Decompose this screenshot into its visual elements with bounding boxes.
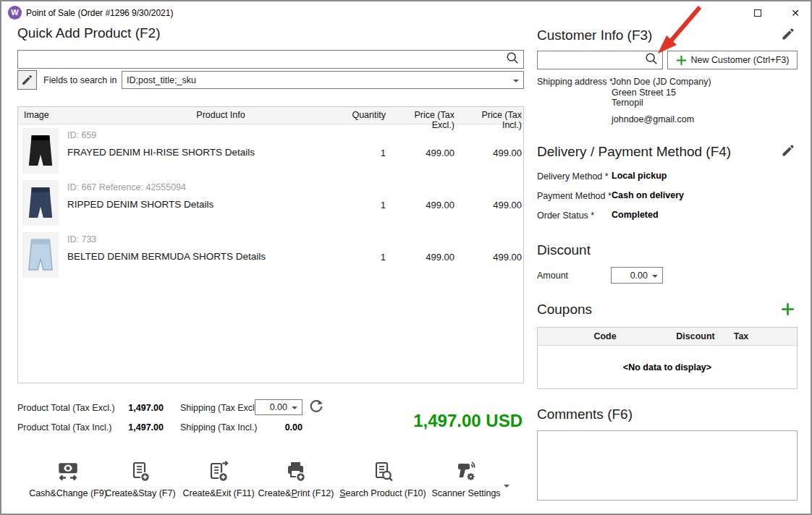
- coupons-table: Code Discount Tax <No data to display>: [537, 327, 798, 389]
- price-excl-cell: 499.00: [393, 148, 454, 158]
- address-line: Green Street 15: [612, 88, 711, 98]
- quantity-cell: 1: [329, 200, 386, 210]
- product-total-incl-value: 1,497.00: [119, 422, 164, 433]
- product-search-input[interactable]: [18, 51, 523, 68]
- customer-info-heading: Customer Info (F3): [537, 27, 652, 43]
- pos-window: W Point of Sale (Order #1296 9/30/2021) …: [0, 0, 812, 515]
- search-product-button[interactable]: Search Product (F10): [332, 460, 434, 502]
- comments-heading: Comments (F6): [537, 407, 633, 422]
- shipping-amount-combobox[interactable]: 0.00: [255, 399, 303, 415]
- close-button[interactable]: ✕: [783, 4, 808, 22]
- search-icon: [505, 51, 520, 68]
- customer-email: johndoe@gmail.com: [612, 114, 694, 124]
- discount-amount-combobox[interactable]: 0.00: [611, 267, 663, 284]
- app-logo-icon: W: [8, 6, 22, 20]
- scanner-settings-dropdown[interactable]: [504, 477, 509, 490]
- col-code: Code: [567, 331, 643, 341]
- product-id: ID: 733: [67, 234, 96, 244]
- table-row[interactable]: ID: 667 Reference: 42555094 RIPPED DENIM…: [18, 176, 523, 229]
- edit-customer-button[interactable]: [781, 27, 797, 43]
- price-incl-cell: 499.00: [460, 252, 522, 263]
- search-product-icon: [332, 460, 434, 486]
- delivery-method-value: Local pickup: [612, 171, 667, 181]
- shipping-excl-label: Shipping (Tax Excl.): [180, 403, 260, 413]
- delivery-method-label: Delivery Method *: [537, 171, 609, 182]
- product-title: BELTED DENIM BERMUDA SHORTS Details: [67, 251, 266, 262]
- product-image: [22, 128, 59, 174]
- table-row[interactable]: ID: 659 FRAYED DENIM HI-RISE SHORTS Deta…: [18, 124, 523, 176]
- shipping-amount-value: 0.00: [260, 402, 287, 412]
- product-title: RIPPED DENIM SHORTS Details: [67, 199, 213, 210]
- chevron-down-icon: [513, 80, 519, 82]
- quick-add-heading: Quick Add Product (F2): [17, 25, 160, 41]
- add-coupon-button[interactable]: [781, 302, 795, 317]
- details-link[interactable]: Details: [225, 147, 255, 158]
- product-name: RIPPED DENIM SHORTS: [67, 199, 181, 210]
- order-status-label: Order Status *: [537, 210, 594, 221]
- quantity-cell: 1: [329, 148, 386, 158]
- discount-amount-value: 0.00: [616, 271, 648, 281]
- scanner-settings-icon: [423, 460, 509, 486]
- product-search-box: [17, 50, 524, 69]
- toolbar-button-label: Search Product (F10): [332, 488, 434, 498]
- order-status-value: Completed: [612, 210, 659, 220]
- col-quantity: Quantity: [329, 110, 386, 120]
- product-table: Image Product Info Quantity Price (Tax E…: [17, 106, 524, 383]
- scanner-settings-button[interactable]: Scanner Settings: [423, 460, 509, 502]
- price-incl-cell: 499.00: [460, 148, 522, 158]
- chevron-down-icon: [292, 407, 297, 409]
- discount-heading: Discount: [537, 242, 591, 258]
- shipping-address-label: Shipping address *: [537, 77, 613, 87]
- pencil-icon: [781, 143, 795, 158]
- pencil-icon: [781, 27, 795, 41]
- product-image: [22, 180, 59, 226]
- grand-total: 1,497.00 USD: [305, 411, 523, 431]
- product-id: ID: 659: [67, 130, 96, 140]
- address-line: John Doe (JD Company): [612, 77, 711, 88]
- edit-delivery-button[interactable]: [781, 143, 797, 159]
- create-print-button[interactable]: Create&Print (F12): [249, 460, 343, 502]
- details-link[interactable]: Details: [236, 251, 266, 262]
- product-id: ID: 667 Reference: 42555094: [67, 182, 186, 192]
- payment-method-label: Payment Method *: [537, 191, 612, 201]
- product-total-incl-label: Product Total (Tax Incl.): [17, 422, 111, 433]
- edit-fields-button[interactable]: [17, 70, 37, 90]
- price-excl-cell: 499.00: [393, 200, 454, 210]
- fields-combobox-value: ID;post_title;_sku: [127, 75, 509, 85]
- chevron-down-icon: [652, 275, 658, 278]
- col-image: Image: [24, 110, 49, 120]
- shipping-incl-value: 0.00: [266, 422, 303, 433]
- shipping-address-value: John Doe (JD Company) Green Street 15 Te…: [612, 77, 711, 108]
- coupons-heading: Coupons: [537, 302, 592, 318]
- coupons-table-header: Code Discount Tax: [538, 328, 797, 346]
- toolbar-button-label: Create&Print (F12): [249, 488, 343, 498]
- fields-to-search-label: Fields to search in: [43, 75, 117, 85]
- coupons-empty-text: <No data to display>: [538, 362, 797, 373]
- table-row[interactable]: ID: 733 BELTED DENIM BERMUDA SHORTS Deta…: [18, 229, 523, 281]
- details-link[interactable]: Details: [184, 199, 213, 210]
- discount-amount-label: Amount: [537, 271, 568, 281]
- address-line: Ternopil: [612, 98, 711, 108]
- product-table-header: Image Product Info Quantity Price (Tax E…: [18, 107, 523, 124]
- shipping-incl-label: Shipping (Tax Incl.): [180, 422, 257, 433]
- fields-combobox[interactable]: ID;post_title;_sku: [122, 71, 524, 89]
- quantity-cell: 1: [329, 252, 386, 263]
- product-image: [22, 232, 59, 278]
- payment-method-value: Cash on delivery: [612, 190, 684, 200]
- price-excl-cell: 499.00: [393, 252, 454, 263]
- product-total-excl-label: Product Total (Tax Excl.): [17, 403, 115, 413]
- window-title: Point of Sale (Order #1296 9/30/2021): [26, 8, 173, 18]
- col-tax: Tax: [723, 331, 759, 341]
- plus-icon: [781, 302, 795, 316]
- product-name: BELTED DENIM BERMUDA SHORTS: [67, 251, 233, 262]
- delivery-payment-heading: Delivery / Payment Method (F4): [537, 144, 731, 160]
- chevron-down-icon: [504, 485, 509, 488]
- red-annotation-arrow: [642, 3, 711, 61]
- maximize-icon: [754, 9, 761, 17]
- product-title: FRAYED DENIM HI-RISE SHORTS Details: [67, 147, 255, 158]
- close-icon: ✕: [791, 7, 800, 19]
- product-total-excl-value: 1,497.00: [119, 403, 164, 413]
- maximize-button[interactable]: [745, 4, 770, 22]
- col-discount: Discount: [659, 331, 732, 341]
- comments-textarea[interactable]: [537, 430, 798, 501]
